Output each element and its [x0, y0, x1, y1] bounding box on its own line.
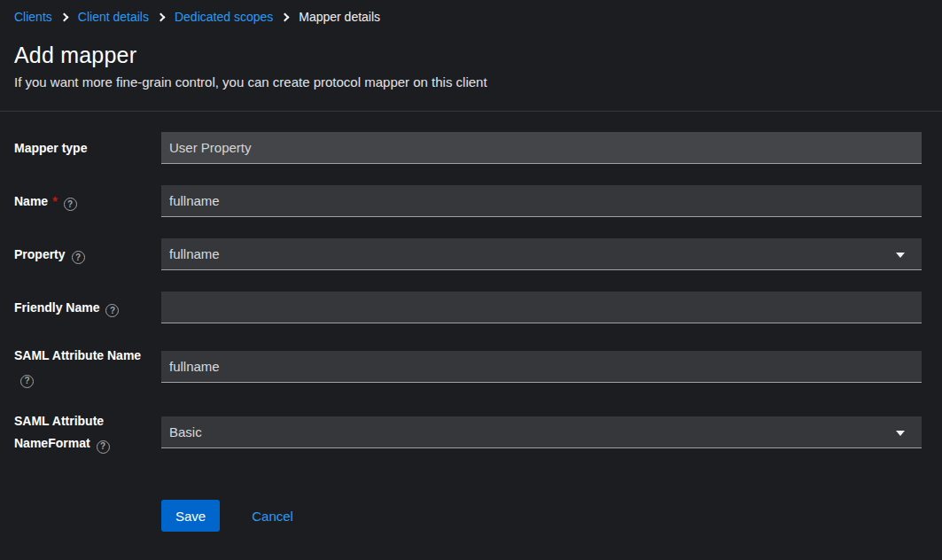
page-title: Add mapper — [14, 42, 928, 68]
friendly-name-input[interactable] — [161, 292, 922, 323]
save-button[interactable]: Save — [161, 500, 220, 532]
mapper-type-label: Mapper type — [14, 137, 161, 159]
caret-down-icon — [896, 253, 905, 258]
saml-attribute-nameformat-select-value: Basic — [169, 424, 202, 439]
mapper-type-control — [161, 132, 922, 164]
page-header: Clients Client details Dedicated scopes … — [0, 0, 942, 112]
mapper-type-label-text: Mapper type — [14, 141, 87, 155]
form-row-saml-attribute-name: SAML Attribute Name? — [14, 345, 922, 389]
chevron-right-icon — [59, 12, 68, 21]
help-icon[interactable]: ? — [20, 375, 34, 388]
name-control — [161, 185, 922, 217]
saml-attribute-name-label-text: SAML Attribute Name — [14, 348, 141, 362]
property-select[interactable]: fullname — [161, 238, 922, 270]
name-label: Name*? — [14, 191, 161, 213]
chevron-right-icon — [157, 12, 166, 21]
saml-attribute-nameformat-label-text: SAML Attribute NameFormat — [14, 414, 104, 450]
mapper-type-input[interactable] — [161, 132, 922, 164]
name-input[interactable] — [161, 185, 922, 217]
form-row-mapper-type: Mapper type — [14, 132, 922, 164]
add-mapper-form: Mapper type Name*? Property? fullname — [0, 112, 942, 532]
page-subtitle: If you want more fine-grain control, you… — [14, 74, 928, 91]
form-row-name: Name*? — [14, 185, 922, 217]
breadcrumb-dedicated-scopes-link[interactable]: Dedicated scopes — [175, 10, 273, 24]
help-icon[interactable]: ? — [72, 251, 85, 264]
form-actions: Save Cancel — [161, 500, 922, 532]
breadcrumb: Clients Client details Dedicated scopes … — [14, 10, 928, 24]
cancel-link[interactable]: Cancel — [252, 509, 293, 524]
friendly-name-label-text: Friendly Name — [14, 300, 99, 315]
saml-attribute-name-control — [161, 351, 922, 383]
friendly-name-label: Friendly Name? — [14, 297, 161, 319]
caret-down-icon — [896, 431, 905, 436]
breadcrumb-current-mapper-details: Mapper details — [299, 10, 380, 24]
saml-attribute-nameformat-control: Basic — [161, 416, 922, 448]
breadcrumb-clients-link[interactable]: Clients — [14, 10, 52, 24]
add-mapper-page: Clients Client details Dedicated scopes … — [0, 0, 942, 560]
help-icon[interactable]: ? — [105, 304, 119, 317]
property-label-text: Property — [14, 247, 66, 261]
help-icon[interactable]: ? — [97, 440, 110, 454]
chevron-right-icon — [281, 12, 290, 21]
form-row-property: Property? fullname — [14, 238, 922, 270]
property-select-value: fullname — [169, 246, 220, 261]
name-label-text: Name — [14, 194, 48, 208]
property-label: Property? — [14, 244, 161, 266]
saml-attribute-name-input[interactable] — [161, 351, 922, 383]
property-control: fullname — [161, 238, 922, 270]
form-row-saml-attribute-nameformat: SAML Attribute NameFormat? Basic — [14, 410, 922, 455]
saml-attribute-name-label: SAML Attribute Name? — [14, 345, 161, 389]
saml-attribute-nameformat-label: SAML Attribute NameFormat? — [14, 410, 161, 455]
saml-attribute-nameformat-select[interactable]: Basic — [161, 416, 922, 448]
friendly-name-control — [161, 292, 922, 323]
breadcrumb-client-details-link[interactable]: Client details — [78, 10, 149, 24]
required-asterisk: * — [52, 194, 57, 208]
help-icon[interactable]: ? — [64, 198, 77, 211]
form-row-friendly-name: Friendly Name? — [14, 292, 922, 323]
